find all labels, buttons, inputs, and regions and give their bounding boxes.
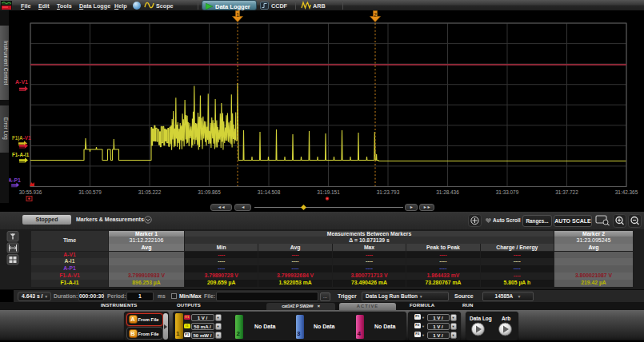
svg-text:2: 2 (374, 12, 377, 18)
svg-text:1: 1 (236, 12, 239, 18)
svg-text:31:00.579: 31:00.579 (78, 189, 102, 195)
svg-text:31:14.508: 31:14.508 (258, 189, 281, 195)
svg-text:A-P1: A-P1 (9, 177, 21, 183)
svg-text:31:33.079: 31:33.079 (496, 189, 519, 195)
svg-text:31:37.722: 31:37.722 (555, 189, 578, 195)
svg-text:31:09.865: 31:09.865 (198, 189, 221, 195)
svg-text:F1|A-V1: F1|A-V1 (12, 135, 31, 141)
svg-text:31:19.151: 31:19.151 (317, 189, 340, 195)
svg-text:A-V1: A-V1 (15, 79, 28, 85)
svg-text:31:23.793: 31:23.793 (377, 189, 400, 195)
svg-text:31:28.436: 31:28.436 (436, 189, 459, 195)
svg-text:F1-A-I1: F1-A-I1 (12, 152, 30, 157)
svg-text:31:05.222: 31:05.222 (138, 189, 162, 195)
svg-text:30:55.936: 30:55.936 (19, 189, 42, 195)
svg-text:31:42.365: 31:42.365 (615, 189, 638, 195)
